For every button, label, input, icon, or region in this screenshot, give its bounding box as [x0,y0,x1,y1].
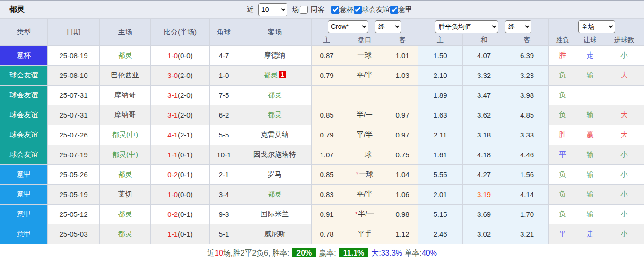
handicap-result-cell: 输 [576,105,604,125]
avg-away-cell: 3.23 [505,66,549,86]
avg-draw-cell: 3.62 [463,105,505,125]
top-bar: 都灵 近 10 场 同客 意杯球会友谊意甲 [0,1,644,18]
league-filter-group: 意杯球会友谊意甲 [331,5,412,14]
avg-away-cell: 6.39 [505,46,549,66]
avg-home-cell: 1.63 [418,105,463,125]
odds-handicap-cell: 平/半 [342,66,387,86]
odds-group-header: Crow* 终 [312,19,418,34]
fulltime-score: 0-2 [167,210,178,218]
date-cell: 25-07-26 [48,125,100,145]
goals-result-cell: 小 [604,224,644,244]
fulltime-score: 3-0 [167,71,178,79]
odds-handicap-cell: 半/一 [342,105,387,125]
table-row: 球会友谊25-07-31摩纳哥3-1(2-0)7-5都灵1.893.473.98… [0,86,644,105]
avg-away-cell: 4.85 [505,105,549,125]
match-history-panel: 都灵 近 10 场 同客 意杯球会友谊意甲 类型 日期 主场 比分(半场) 角球 [0,0,644,257]
result-group-header: 全场 [549,19,644,34]
avg-away-cell: 1.70 [505,205,549,224]
avg-away-cell: 4.14 [505,185,549,205]
goals-result-cell: 小 [604,185,644,205]
fulltime-score: 1-1 [167,230,178,238]
fulltime-score: 3-1 [167,91,178,99]
avg-draw-cell: 3.32 [463,66,505,86]
goals-result-cell: 大 [604,125,644,145]
odds-away-cell: 0.97 [387,125,418,145]
odds-away-cell: 1.12 [387,224,418,244]
odds-home-cell: 0.91 [312,205,342,224]
score-cell: 1-0(0-0) [151,185,210,205]
away-team-cell: 都灵 [238,105,312,125]
odds-away-cell: 0.75 [387,145,418,165]
halftime-score: (0-0) [178,190,193,198]
summary-segment-red: 10 [215,249,223,257]
score-cell: 3-1(2-0) [151,105,210,125]
handicap-result-cell: 输 [576,205,604,224]
league-filter-checkbox[interactable] [331,6,339,14]
fulltime-score: 3-1 [167,111,178,119]
summary-segment-plain: 场,胜2平2负6, 胜率: [223,248,289,257]
same-opponent-checkbox[interactable] [300,6,308,14]
handicap-result-cell: 赢 [576,125,604,145]
avg-state-select[interactable]: 终 [505,20,531,33]
avg-draw-cell: 4.18 [463,145,505,165]
avg-odds-select[interactable]: 胜平负均值 [435,20,498,33]
odds-home-cell: 0.85 [312,105,342,125]
league-filter-意甲[interactable]: 意甲 [390,5,412,14]
col-header-away: 客场 [238,19,312,46]
type-cell: 意杯 [0,46,48,66]
table-row: 意甲25-05-19莱切1-0(0-0)3-4都灵0.83平/半1.062.01… [0,185,644,205]
subheader-avg-home: 主 [418,34,463,46]
avg-home-cell: 1.61 [418,145,463,165]
date-cell: 25-05-03 [48,224,100,244]
odds-away-cell: 1.06 [387,185,418,205]
avg-home-cell: 2.10 [418,66,463,86]
avg-away-cell: 3.21 [505,224,549,244]
recent-count-select[interactable]: 10 [258,3,287,16]
odds-handicap-cell: *半/一 [342,205,387,224]
date-cell: 25-07-31 [48,105,100,125]
scope-select[interactable]: 全场 [578,20,615,33]
league-filter-checkbox[interactable] [390,6,398,14]
odds-home-cell: 0.78 [312,224,342,244]
away-team-cell: 克雷莫纳 [238,125,312,145]
subheader-goals: 进球数 [604,34,644,46]
league-filter-球会友谊[interactable]: 球会友谊 [354,5,390,14]
subheader-avg-draw: 和 [463,34,505,46]
score-cell: 0-2(0-1) [151,165,210,185]
fulltime-score: 0-2 [167,171,178,179]
avg-away-cell: 4.46 [505,145,549,165]
table-row: 意甲25-05-12都灵0-2(0-1)9-3国际米兰0.91*半/一0.985… [0,205,644,224]
avg-draw-cell: 3.19 [463,185,505,205]
corner-cell: 1-0 [210,66,238,86]
bookmaker-select[interactable]: Crow* [328,20,368,33]
odds-away-cell: 1.04 [387,165,418,185]
date-cell: 25-05-19 [48,185,100,205]
handicap-result-cell: 走 [576,224,604,244]
avg-home-cell: 5.15 [418,205,463,224]
fulltime-score: 1-0 [167,51,178,60]
matches-label: 场 [292,5,299,14]
odds-state-select[interactable]: 终 [375,20,401,33]
odds-home-cell [312,86,342,105]
league-filter-checkbox[interactable] [354,6,362,14]
odds-away-cell [387,86,418,105]
halftime-score: (0-0) [178,51,193,60]
home-team-cell: 巴伦西亚 [100,66,151,86]
odds-away-cell: 1.03 [387,66,418,86]
summary-segment-badge: 11.1% [339,248,368,257]
type-cell: 球会友谊 [0,66,48,86]
league-filter-意杯[interactable]: 意杯 [331,5,354,14]
odds-home-cell: 0.87 [312,46,342,66]
handicap-result-cell: 输 [576,185,604,205]
home-team-cell: 都灵(中) [100,125,151,145]
date-cell: 25-08-19 [48,46,100,66]
goals-result-cell [604,86,644,105]
avg-draw-cell: 4.07 [463,46,505,66]
halftime-score: (2-0) [178,91,193,99]
subheader-odds-away: 客 [387,34,418,46]
corner-cell: 5-5 [210,125,238,145]
avg-group-header: 胜平负均值 终 [418,19,549,34]
table-row: 球会友谊25-07-31摩纳哥3-1(2-0)6-2都灵0.85半/一0.971… [0,105,644,125]
odds-home-cell: 0.85 [312,165,342,185]
odds-handicap-cell: 一球 [342,46,387,66]
